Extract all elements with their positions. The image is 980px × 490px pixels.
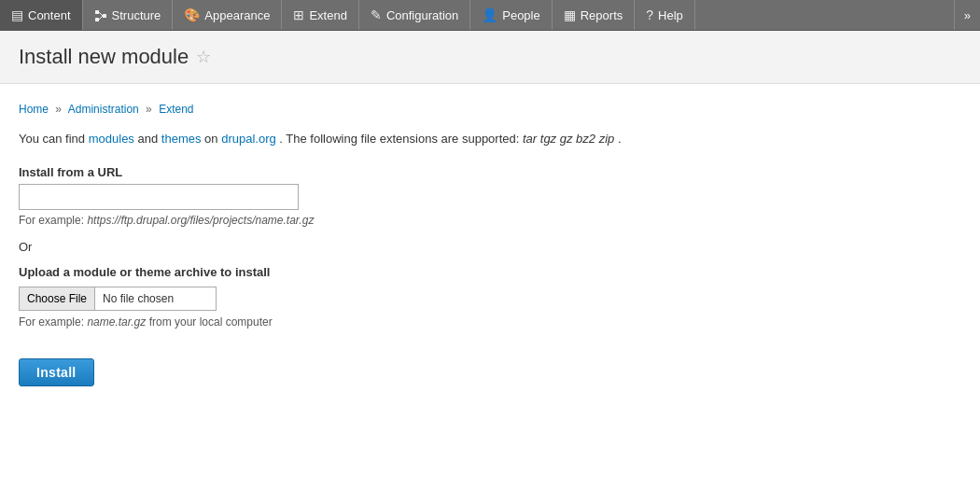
breadcrumb-home[interactable]: Home xyxy=(19,103,49,116)
people-icon: 👤 xyxy=(482,7,497,22)
nav-item-people[interactable]: 👤 People xyxy=(470,0,552,30)
nav-item-help[interactable]: ? Help xyxy=(635,0,695,30)
file-input-wrapper: Choose File No file chosen xyxy=(19,287,961,311)
nav-toggle[interactable]: » xyxy=(954,0,980,30)
upload-example-text: For example: name.tar.gz from your local… xyxy=(19,315,961,329)
nav-label-reports: Reports xyxy=(581,8,623,22)
extend-icon: ⊞ xyxy=(293,7,304,22)
svg-rect-2 xyxy=(103,14,106,18)
svg-line-4 xyxy=(99,16,103,20)
breadcrumb-extend[interactable]: Extend xyxy=(159,103,193,116)
nav-item-extend[interactable]: ⊞ Extend xyxy=(282,0,358,30)
favorite-star-icon[interactable]: ☆ xyxy=(196,47,211,67)
drupal-link[interactable]: drupal.org xyxy=(221,132,276,146)
description-text: You can find modules and themes on drupa… xyxy=(19,130,961,148)
url-field-label: Install from a URL xyxy=(19,165,961,179)
choose-file-button[interactable]: Choose File xyxy=(19,287,95,311)
page-header: Install new module ☆ xyxy=(0,31,980,84)
upload-example-file: name.tar.gz xyxy=(87,315,146,329)
upload-field-label: Upload a module or theme archive to inst… xyxy=(19,265,961,279)
nav-label-extend: Extend xyxy=(309,8,346,22)
upload-section: Upload a module or theme archive to inst… xyxy=(19,265,961,329)
svg-rect-0 xyxy=(95,10,99,14)
nav-label-help: Help xyxy=(658,8,683,22)
extensions-list: tar tgz gz bz2 zip xyxy=(523,132,614,146)
nav-item-configuration[interactable]: ✎ Configuration xyxy=(359,0,470,30)
breadcrumb-administration[interactable]: Administration xyxy=(68,103,139,116)
toggle-icon: » xyxy=(964,8,971,22)
nav-item-reports[interactable]: ▦ Reports xyxy=(553,0,636,30)
nav-label-people: People xyxy=(502,8,539,22)
nav-label-structure: Structure xyxy=(112,8,161,22)
main-content: Home » Administration » Extend You can f… xyxy=(0,84,980,405)
reports-icon: ▦ xyxy=(564,7,576,22)
nav-label-configuration: Configuration xyxy=(386,8,458,22)
or-divider: Or xyxy=(19,240,961,254)
themes-link[interactable]: themes xyxy=(161,132,202,146)
structure-icon xyxy=(94,7,107,22)
url-example-value: https://ftp.drupal.org/files/projects/na… xyxy=(87,214,314,227)
nav-item-appearance[interactable]: 🎨 Appearance xyxy=(173,0,282,30)
breadcrumb-sep-1: » xyxy=(55,103,62,116)
install-button[interactable]: Install xyxy=(19,358,94,386)
svg-line-3 xyxy=(99,12,103,16)
modules-link[interactable]: modules xyxy=(89,132,134,146)
nav-label-appearance: Appearance xyxy=(204,8,270,22)
content-icon: ▤ xyxy=(11,7,23,22)
breadcrumb-sep-2: » xyxy=(146,103,152,116)
configuration-icon: ✎ xyxy=(371,7,382,22)
breadcrumb: Home » Administration » Extend xyxy=(19,103,961,116)
top-navigation: ▤ Content Structure 🎨 Appearance ⊞ Exten… xyxy=(0,0,980,31)
nav-label-content: Content xyxy=(28,8,71,22)
url-input[interactable] xyxy=(19,184,299,210)
svg-rect-1 xyxy=(95,18,99,21)
appearance-icon: 🎨 xyxy=(184,7,200,22)
page-title: Install new module ☆ xyxy=(19,45,961,69)
url-example-text: For example: https://ftp.drupal.org/file… xyxy=(19,214,961,227)
nav-item-structure[interactable]: Structure xyxy=(83,0,174,30)
nav-item-content[interactable]: ▤ Content xyxy=(0,0,83,30)
help-icon: ? xyxy=(646,7,653,22)
url-section: Install from a URL For example: https://… xyxy=(19,165,961,227)
file-chosen-label: No file chosen xyxy=(95,287,217,311)
